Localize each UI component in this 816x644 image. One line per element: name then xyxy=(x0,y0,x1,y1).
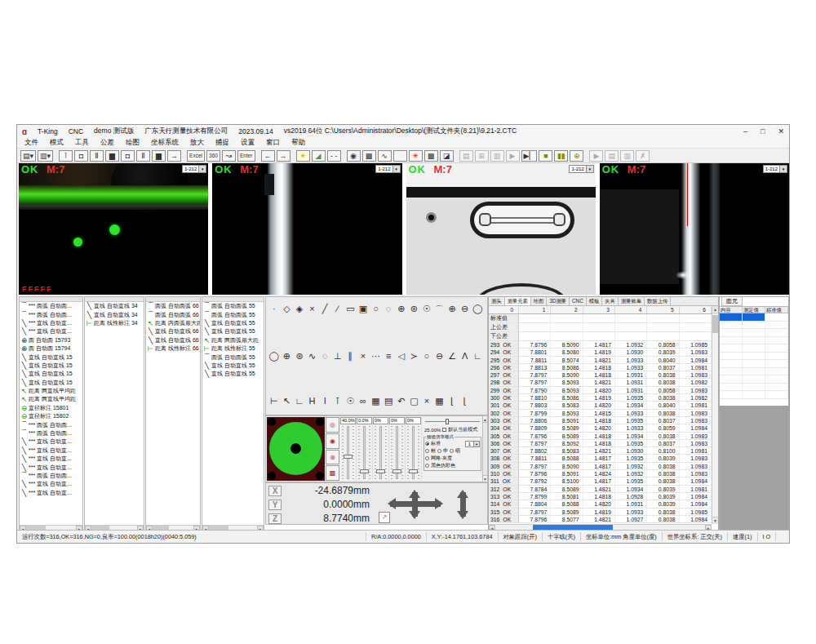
minimize-button[interactable]: – xyxy=(743,127,747,135)
save-result-button[interactable]: ▤ xyxy=(605,150,619,162)
list-item[interactable]: ╲*** 直线 自动直... xyxy=(20,319,82,327)
list-item[interactable]: ╲直线 自动直线 55 xyxy=(202,370,264,378)
chevron-down-icon[interactable]: ▾ xyxy=(392,166,400,172)
chevron-down-icon[interactable]: ▼ xyxy=(473,442,479,446)
table-row[interactable]: 315OK7.87978.50891.48191.09330.80381.098… xyxy=(489,509,712,516)
element-row[interactable] xyxy=(720,337,788,345)
redo-button[interactable]: → xyxy=(277,150,290,162)
menu-item[interactable]: 坐标系统 xyxy=(145,138,184,148)
palette-tool-icon[interactable]: ∟ xyxy=(293,396,306,406)
camera2-magnification-combo[interactable]: 1-212 ▾ xyxy=(375,165,400,173)
palette-tool-icon[interactable]: ∠ xyxy=(446,351,459,362)
list-item[interactable]: ╲直线 自动直线 55 xyxy=(202,327,264,335)
magnifier-button[interactable]: ◉ xyxy=(347,150,361,162)
slider-thumb[interactable] xyxy=(376,469,385,473)
chevron-down-icon[interactable]: ▾ xyxy=(779,166,787,172)
table-row[interactable]: 297OK7.87978.50901.48181.09310.80381.098… xyxy=(489,371,712,379)
palette-tool-icon[interactable]: × xyxy=(357,351,370,362)
palette-tool-icon[interactable]: ↖ xyxy=(281,396,294,406)
table-row[interactable]: 293OK7.87968.50901.48171.09320.80581.098… xyxy=(489,341,712,349)
menu-item[interactable]: 文件 xyxy=(19,138,44,148)
palette-tool-icon[interactable]: ⊕ xyxy=(281,351,294,362)
undo-button[interactable]: ← xyxy=(261,150,275,162)
list-item[interactable]: ╲*** 直线 自动直... xyxy=(20,489,82,497)
menu-item[interactable]: 帮助 xyxy=(286,138,311,148)
palette-tool-icon[interactable]: ∞ xyxy=(357,396,370,406)
measure-mode-button[interactable]: ⊺ xyxy=(59,150,73,162)
list-item[interactable]: ↖距离 两直线平均距 xyxy=(20,395,82,403)
list-item[interactable]: ⌒*** 圆弧 自动圆... xyxy=(20,302,82,310)
list-item[interactable]: ⊢距离 线性标注 66 xyxy=(146,344,200,353)
palette-tool-icon[interactable]: ◇ xyxy=(281,304,294,316)
light-channel-slider[interactable]: 0% xyxy=(373,417,389,481)
play-to-end-button[interactable]: ▶▏ xyxy=(521,150,538,162)
list-item[interactable]: ╲直线 自动直线 15 xyxy=(20,362,82,370)
scroll-up-icon[interactable]: ▲ xyxy=(712,306,718,313)
list-item[interactable]: ╲直线 自动直线 15 xyxy=(20,379,82,387)
list-item[interactable]: ╲直线 自动直线 34 xyxy=(85,310,144,318)
coax-light-button[interactable]: ◉ xyxy=(326,433,339,449)
palette-tool-icon[interactable]: ◌ xyxy=(318,351,331,362)
table-vertical-scrollbar[interactable]: ▲ ▼ xyxy=(712,306,718,524)
mid-radio[interactable] xyxy=(437,449,441,453)
menu-item[interactable]: 工具 xyxy=(69,138,95,148)
enter-button[interactable]: Enter xyxy=(237,150,255,162)
list-item[interactable]: ⊕圆 自动圆 15794 xyxy=(20,344,82,353)
tab-测头[interactable]: 测头 xyxy=(489,297,505,305)
list-item[interactable]: ╲直线 自动直线 66 xyxy=(146,336,200,344)
pseudo-color-radio[interactable] xyxy=(425,464,429,468)
list-item[interactable]: ╲直线 自动直线 66 xyxy=(146,327,200,335)
coarse-radio[interactable] xyxy=(425,449,429,453)
open-button[interactable]: ▥▾ xyxy=(38,150,53,162)
edge-detect-button[interactable]: Ⅱ xyxy=(90,150,104,162)
light-channel-slider[interactable]: 0.0% xyxy=(357,417,373,481)
probe-button[interactable]: ◘ xyxy=(74,150,88,162)
table-row[interactable]: 300OK7.88108.50861.48191.09350.80381.098… xyxy=(489,394,712,402)
segment-light-button[interactable]: ⊛ xyxy=(326,450,339,465)
palette-tool-icon[interactable]: ▣ xyxy=(357,304,370,316)
palette-tool-icon[interactable]: ▢ xyxy=(408,396,421,406)
list-item[interactable]: ⌒*** 圆弧 自动圆... xyxy=(20,429,82,437)
camera4-magnification-combo[interactable]: 1-212 ▾ xyxy=(763,165,787,173)
back-light-button[interactable]: ▩ xyxy=(326,465,339,481)
palette-tool-icon[interactable]: ⊖ xyxy=(433,351,446,362)
table-row[interactable]: 313OK7.87998.50811.48181.09280.80391.098… xyxy=(489,493,712,500)
slider-thumb[interactable] xyxy=(446,419,449,424)
menu-item[interactable]: 绘图 xyxy=(120,138,145,148)
palette-tool-icon[interactable]: ○ xyxy=(420,351,433,362)
list-item[interactable]: ╲直线 自动直线 34 xyxy=(85,302,144,310)
tab-测量账单[interactable]: 测量账单 xyxy=(619,297,645,305)
grid-gray-radio[interactable] xyxy=(425,456,429,460)
ring-light-indicator[interactable] xyxy=(267,417,325,481)
camera1-magnification-combo[interactable]: 1-212 ▾ xyxy=(182,165,206,173)
palette-tool-icon[interactable]: ⋯ xyxy=(370,351,383,362)
palette-tool-icon[interactable]: × xyxy=(420,396,433,406)
image-view-button[interactable]: ◢ xyxy=(312,150,326,162)
list-item[interactable]: ╲*** 直线 自动直... xyxy=(20,437,82,446)
list-item[interactable]: ↖距离 内圆弧最大距 xyxy=(146,319,200,327)
z-jog-arrows[interactable] xyxy=(460,492,466,517)
camera3-magnification-combo[interactable]: 1-212 ▾ xyxy=(569,165,593,173)
light-panel-scrollbar[interactable]: ▲ ▼ xyxy=(482,415,488,482)
table-row[interactable]: 304OK7.88098.50891.48201.09330.80591.098… xyxy=(489,424,712,432)
scroll-down-icon[interactable]: ▼ xyxy=(712,517,718,524)
element-row[interactable] xyxy=(720,391,788,399)
palette-tool-icon[interactable]: ▦ xyxy=(370,396,383,406)
save-button[interactable]: ▤▾ xyxy=(20,150,36,162)
palette-tool-icon[interactable]: ⊕ xyxy=(446,304,459,316)
palette-tool-icon[interactable]: ⌊ xyxy=(459,396,472,406)
table-row[interactable]: 310OK7.87968.50911.48241.09320.80381.098… xyxy=(489,470,712,477)
menu-item[interactable]: 设置 xyxy=(235,138,260,148)
cancel-tool-button[interactable]: ✗ xyxy=(636,150,650,162)
master-light-slider[interactable] xyxy=(425,419,480,424)
print-button[interactable]: ⊞ xyxy=(475,150,489,162)
slider-thumb[interactable] xyxy=(392,469,401,473)
palette-tool-icon[interactable]: ⊢ xyxy=(268,396,281,406)
element-row[interactable] xyxy=(720,329,788,337)
element-row[interactable] xyxy=(720,322,788,330)
pause-button[interactable]: ▮▮ xyxy=(554,150,568,162)
list-item[interactable]: ⊢距离 线性标注 34 xyxy=(85,319,144,327)
edge-down-button[interactable]: Ⅱ xyxy=(136,150,150,162)
table-row[interactable]: 306OK7.87978.50921.48181.09350.80371.098… xyxy=(489,440,712,447)
menu-item[interactable]: 捕捉 xyxy=(210,138,235,148)
